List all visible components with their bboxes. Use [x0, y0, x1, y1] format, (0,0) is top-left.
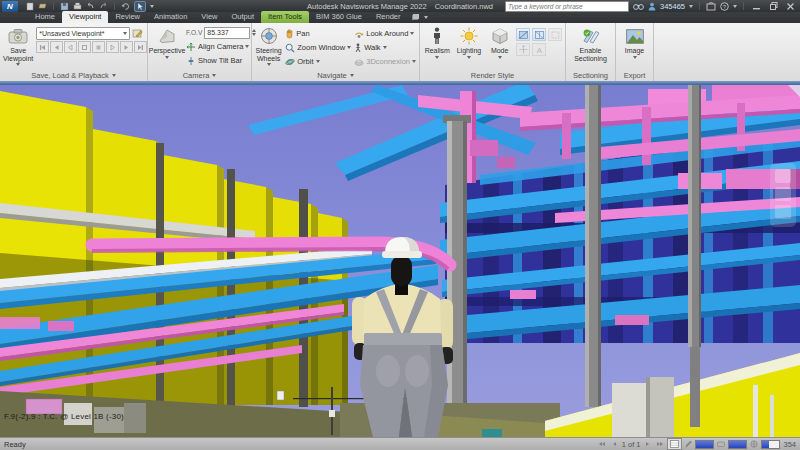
playback-play-back-button[interactable] — [64, 41, 77, 53]
pan-hand-icon — [285, 29, 294, 39]
playback-skip-start-button[interactable] — [36, 41, 49, 53]
steering-wheels-caret-icon — [267, 63, 271, 66]
undo-icon[interactable] — [86, 2, 95, 10]
search-input[interactable] — [505, 1, 629, 12]
select-tool-button[interactable] — [134, 1, 146, 12]
account-id[interactable]: 345465 — [660, 2, 685, 11]
group-navigate-caret-icon — [350, 74, 354, 77]
realism-person-icon — [432, 26, 442, 46]
playback-play-button[interactable] — [106, 41, 119, 53]
group-label-export[interactable]: Export — [616, 70, 653, 81]
refresh-icon[interactable] — [121, 2, 130, 11]
enable-sectioning-button[interactable]: Enable Sectioning — [570, 25, 612, 70]
group-render-style: Realism Lighting Mode — [420, 23, 566, 81]
titlebar-right: 345465 ? — [505, 1, 800, 12]
group-label-camera[interactable]: Camera — [148, 70, 251, 81]
realism-caret-icon — [435, 56, 439, 59]
save-viewpoint-button[interactable]: Save Viewpoint — [3, 25, 33, 70]
qat-separator — [53, 2, 54, 10]
help-icon[interactable]: ? — [720, 2, 729, 11]
playback-skip-end-button[interactable] — [134, 41, 147, 53]
group-export: Image Export — [616, 23, 654, 81]
web-meter-icon — [750, 440, 758, 448]
disk-progress-meter — [728, 440, 747, 449]
fov-input[interactable] — [204, 27, 250, 39]
minimize-button[interactable] — [750, 2, 763, 11]
close-button[interactable] — [784, 2, 797, 11]
steering-wheels-button[interactable]: Steering Wheels — [255, 25, 282, 70]
sheet-browser-button[interactable] — [667, 438, 682, 450]
zoom-window-button[interactable]: Zoom Window — [285, 41, 351, 54]
tab-home[interactable]: Home — [28, 11, 62, 23]
print-icon[interactable] — [73, 2, 82, 10]
walk-button[interactable]: Walk — [354, 41, 416, 54]
help-caret-icon[interactable] — [733, 5, 737, 8]
next-sheet-button[interactable] — [643, 440, 652, 449]
status-text: Ready — [4, 440, 26, 449]
perspective-button[interactable]: Perspective — [151, 25, 183, 70]
new-document-icon[interactable] — [26, 2, 34, 11]
app-title: Autodesk Navisworks Manage 2022 — [307, 2, 427, 11]
playback-step-back-button[interactable] — [50, 41, 63, 53]
playback-record-button[interactable] — [92, 41, 105, 53]
account-caret-icon[interactable] — [689, 5, 693, 8]
group-save-load-playback: Save Viewpoint *Unsaved Viewpoint* — [0, 23, 148, 81]
viewpoint-dropdown[interactable]: *Unsaved Viewpoint* — [36, 27, 130, 40]
render-toggle-move-button[interactable] — [516, 43, 530, 56]
redo-icon[interactable] — [99, 2, 108, 10]
viewport-3d[interactable]: F.9(-2).9 : T.C. @ Level 1B (-30) — [0, 85, 800, 437]
realism-button[interactable]: Realism — [423, 25, 452, 70]
tab-output[interactable]: Output — [224, 11, 261, 23]
save-icon[interactable] — [60, 2, 69, 11]
mode-button[interactable]: Mode — [486, 25, 513, 70]
sheet-browser-icon — [670, 440, 679, 448]
prev-sheet-button[interactable] — [610, 440, 619, 449]
svg-text:A: A — [536, 46, 542, 55]
qat-overflow-caret-icon[interactable] — [150, 5, 154, 8]
user-icon[interactable] — [648, 2, 656, 11]
group-label-save[interactable]: Save, Load & Playback — [0, 70, 147, 81]
group-label-render-style[interactable]: Render Style — [420, 70, 565, 81]
viewpoint-overlay-label: F.9(-2).9 : T.C. @ Level 1B (-30) — [4, 412, 124, 421]
render-toggle-shaded-button[interactable] — [516, 28, 530, 41]
tab-item-tools[interactable]: Item Tools — [261, 11, 309, 23]
first-sheet-button[interactable] — [598, 440, 607, 449]
3dconnexion-button[interactable]: 3Dconnexion — [354, 55, 416, 68]
orbit-icon — [285, 57, 295, 67]
orbit-caret-icon — [316, 60, 320, 63]
open-icon[interactable] — [38, 2, 47, 10]
select-cursor-icon — [136, 2, 144, 11]
edit-viewpoint-icon[interactable] — [132, 28, 143, 39]
playback-stop-button[interactable] — [78, 41, 91, 53]
group-label-sectioning[interactable]: Sectioning — [566, 70, 615, 81]
group-camera-caret-icon — [212, 74, 216, 77]
tab-render[interactable]: Render — [369, 11, 408, 23]
tab-viewpoint[interactable]: Viewpoint — [62, 11, 108, 23]
sectioning-icon — [581, 26, 601, 46]
app-menu-button[interactable]: N — [2, 1, 18, 12]
align-camera-button[interactable]: Align Camera — [186, 40, 256, 53]
orbit-button[interactable]: Orbit — [285, 55, 351, 68]
tab-overflow[interactable] — [412, 14, 428, 23]
lighting-button[interactable]: Lighting — [455, 25, 484, 70]
export-image-button[interactable]: Image — [620, 25, 650, 70]
app-store-icon[interactable] — [706, 2, 716, 11]
tab-overflow-icon — [412, 14, 422, 21]
show-tilt-bar-button[interactable]: Show Tilt Bar — [186, 54, 256, 67]
pan-button[interactable]: Pan — [285, 27, 351, 40]
ribbon-tab-bar: Home Viewpoint Review Animation View Out… — [0, 12, 800, 23]
restore-button[interactable] — [767, 2, 780, 11]
look-around-button[interactable]: Look Around — [354, 27, 416, 40]
last-sheet-button[interactable] — [655, 440, 664, 449]
render-toggle-extra-button[interactable] — [548, 28, 562, 41]
playback-step-forward-button[interactable] — [120, 41, 133, 53]
search-binoculars-icon[interactable] — [633, 2, 644, 11]
tab-review[interactable]: Review — [108, 11, 147, 23]
group-label-navigate[interactable]: Navigate — [252, 70, 419, 81]
render-toggle-text-button[interactable]: A — [532, 43, 546, 56]
3d-scene[interactable] — [0, 85, 800, 437]
tab-animation[interactable]: Animation — [147, 11, 194, 23]
render-toggle-wireframe-button[interactable] — [532, 28, 546, 41]
tab-view[interactable]: View — [194, 11, 224, 23]
tab-bim-360-glue[interactable]: BIM 360 Glue — [309, 11, 369, 23]
